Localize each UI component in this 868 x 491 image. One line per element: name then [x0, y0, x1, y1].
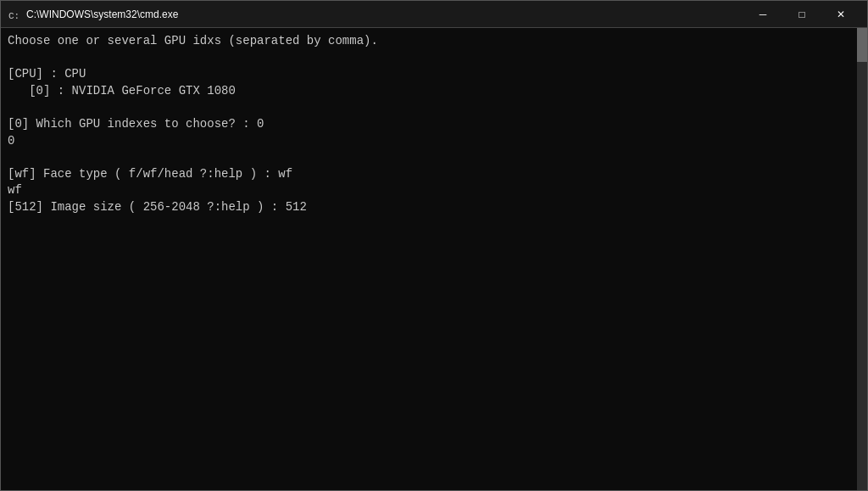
title-bar: C: C:\WINDOWS\system32\cmd.exe ─ □ ✕ — [1, 1, 867, 28]
svg-text:C:: C: — [8, 11, 19, 21]
scrollbar[interactable] — [857, 28, 867, 490]
scrollbar-thumb[interactable] — [857, 28, 867, 62]
window-controls: ─ □ ✕ — [743, 1, 860, 28]
cmd-window: C: C:\WINDOWS\system32\cmd.exe ─ □ ✕ Cho… — [0, 0, 868, 491]
console-output[interactable]: Choose one or several GPU idxs (separate… — [1, 28, 857, 490]
minimize-button[interactable]: ─ — [743, 1, 782, 28]
close-button[interactable]: ✕ — [821, 1, 860, 28]
window-title: C:\WINDOWS\system32\cmd.exe — [26, 8, 743, 20]
console-area: Choose one or several GPU idxs (separate… — [1, 28, 867, 490]
maximize-button[interactable]: □ — [782, 1, 821, 28]
cmd-icon: C: — [8, 8, 21, 21]
